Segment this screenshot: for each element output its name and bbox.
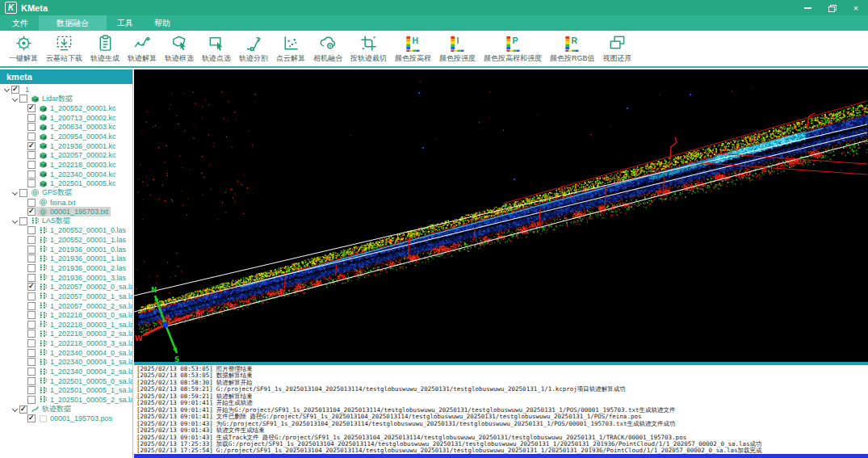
- expander-icon[interactable]: [19, 245, 27, 254]
- checkbox[interactable]: [27, 264, 36, 272]
- checkbox[interactable]: [19, 95, 27, 103]
- expander-icon[interactable]: [19, 132, 27, 141]
- expander-icon[interactable]: [19, 150, 27, 160]
- checkbox[interactable]: [27, 330, 36, 338]
- tree-row[interactable]: 1_202057_00002.kc: [0, 150, 132, 160]
- tree-row[interactable]: 1: [0, 85, 132, 95]
- checkbox[interactable]: [27, 358, 36, 366]
- expander-icon[interactable]: [3, 85, 11, 95]
- tree-row[interactable]: 1_200552_00001.kc: [0, 103, 132, 113]
- checkbox[interactable]: [27, 132, 36, 141]
- toolbar-button-track-generate[interactable]: 轨迹生成: [86, 32, 124, 65]
- checkbox[interactable]: [27, 386, 36, 394]
- restore-button[interactable]: [820, 0, 844, 15]
- tree-row[interactable]: 1_200552_00001_1.las: [0, 235, 132, 245]
- expander-icon[interactable]: [19, 376, 27, 386]
- expander-icon[interactable]: [19, 367, 27, 376]
- toolbar-button-cut-by-track[interactable]: 按轨迹裁切: [346, 32, 391, 65]
- expander-icon[interactable]: [11, 405, 19, 414]
- tree-row[interactable]: 1_202340_00004_2_sa.las: [0, 367, 132, 376]
- checkbox[interactable]: [27, 254, 36, 263]
- tree-row[interactable]: 1_202218_00003_1_sa.las: [0, 320, 132, 330]
- checkbox[interactable]: [27, 349, 36, 357]
- tree-row[interactable]: 1_202340_00004_0_sa.las: [0, 348, 132, 358]
- tree-row[interactable]: 轨迹数据: [0, 405, 132, 414]
- tree-row[interactable]: 1_202057_00002_2_sa.las: [0, 301, 132, 311]
- toolbar-button-color-by-intensity[interactable]: I 颜色按强度: [435, 32, 480, 65]
- menu-item-tools[interactable]: 工具: [107, 15, 144, 31]
- tree-row[interactable]: 1_202218_00003_2_sa.las: [0, 330, 132, 339]
- checkbox[interactable]: [19, 217, 27, 225]
- expander-icon[interactable]: [19, 263, 27, 273]
- tree-row[interactable]: 00001_195703.pos: [0, 414, 132, 423]
- toolbar-button-color-by-rgb[interactable]: R 颜色按RGB值: [546, 32, 599, 65]
- checkbox[interactable]: [27, 151, 36, 159]
- expander-icon[interactable]: [19, 179, 27, 188]
- tree-row[interactable]: LAS数据: [0, 216, 132, 226]
- checkbox[interactable]: [27, 161, 36, 169]
- viewport-3d[interactable]: [134, 69, 868, 362]
- expander-icon[interactable]: [19, 395, 27, 405]
- checkbox[interactable]: [27, 396, 36, 404]
- expander-icon[interactable]: [11, 216, 19, 226]
- checkbox[interactable]: [27, 321, 36, 329]
- expander-icon[interactable]: [19, 338, 27, 348]
- tree-row[interactable]: 1_202218_00003_0_sa.las: [0, 310, 132, 320]
- menu-item-data-fusion[interactable]: 数据融合: [39, 15, 107, 31]
- checkbox[interactable]: [27, 414, 36, 422]
- checkbox[interactable]: [27, 377, 36, 385]
- checkbox[interactable]: [27, 170, 36, 179]
- expander-icon[interactable]: [19, 358, 27, 368]
- checkbox[interactable]: [11, 86, 19, 94]
- menu-item-help[interactable]: 帮助: [144, 15, 181, 31]
- tree-row[interactable]: 1_201936_00001_2.las: [0, 263, 132, 273]
- toolbar-button-pointcloud-solve[interactable]: 点云解算: [272, 32, 309, 65]
- toolbar-button-track-solve[interactable]: 轨迹解算: [124, 32, 161, 65]
- tree-row[interactable]: 1_200552_00001_0.las: [0, 226, 132, 236]
- tree-row[interactable]: 1_202501_00005_1_sa.las: [0, 386, 132, 396]
- minimize-button[interactable]: [795, 0, 820, 15]
- checkbox[interactable]: [27, 292, 36, 300]
- expander-icon[interactable]: [19, 273, 27, 283]
- toolbar-button-cloud-station-download[interactable]: 云基站下载: [42, 32, 86, 65]
- expander-icon[interactable]: [19, 170, 27, 179]
- expander-icon[interactable]: [19, 235, 27, 245]
- expander-icon[interactable]: [19, 226, 27, 236]
- tree-row[interactable]: 1_200834_00003.kc: [0, 123, 132, 132]
- toolbar-button-view-restore[interactable]: 视图还原: [599, 32, 636, 65]
- toolbar-button-track-box-select[interactable]: 轨迹框选: [161, 32, 198, 65]
- expander-icon[interactable]: [19, 207, 27, 216]
- tree-row[interactable]: 1_202218_00003_3_sa.las: [0, 338, 132, 348]
- tree-row[interactable]: 1_201936_00001_1.las: [0, 254, 132, 264]
- checkbox[interactable]: [27, 246, 36, 254]
- menu-item-file[interactable]: 文件: [2, 15, 39, 31]
- expander-icon[interactable]: [19, 301, 27, 311]
- tree-row[interactable]: 1_202057_00002_1_sa.las: [0, 292, 132, 301]
- checkbox[interactable]: [27, 179, 36, 187]
- tree-row[interactable]: 1_202501_00005.kc: [0, 179, 132, 188]
- checkbox[interactable]: [27, 274, 36, 282]
- checkbox[interactable]: [27, 368, 36, 376]
- tree-row[interactable]: 1_201936_00001.kc: [0, 141, 132, 151]
- expander-icon[interactable]: [19, 386, 27, 396]
- checkbox[interactable]: [19, 189, 27, 197]
- checkbox[interactable]: [27, 104, 36, 112]
- checkbox[interactable]: [27, 236, 36, 244]
- expander-icon[interactable]: [19, 310, 27, 320]
- checkbox[interactable]: [27, 283, 36, 291]
- toolbar-button-camera-fusion[interactable]: 相机融合: [309, 32, 346, 65]
- tree-row[interactable]: 1_202340_00004.kc: [0, 170, 132, 179]
- expander-icon[interactable]: [19, 348, 27, 358]
- tree-row[interactable]: 1_202501_00005_2_sa.las: [0, 395, 132, 405]
- checkbox[interactable]: [27, 199, 36, 207]
- checkbox[interactable]: [27, 311, 36, 319]
- expander-icon[interactable]: [19, 292, 27, 301]
- tree-row[interactable]: GPS数据: [0, 188, 132, 198]
- tree-row[interactable]: 1_200954_00004.kc: [0, 132, 132, 141]
- tree-row[interactable]: 1_202218_00003.kc: [0, 160, 132, 170]
- expander-icon[interactable]: [19, 320, 27, 330]
- expander-icon[interactable]: [11, 188, 19, 198]
- toolbar-button-track-point-select[interactable]: 轨迹点选: [198, 32, 235, 65]
- toolbar-button-color-by-elevation[interactable]: H 颜色按高程: [391, 32, 435, 65]
- checkbox[interactable]: [27, 142, 36, 150]
